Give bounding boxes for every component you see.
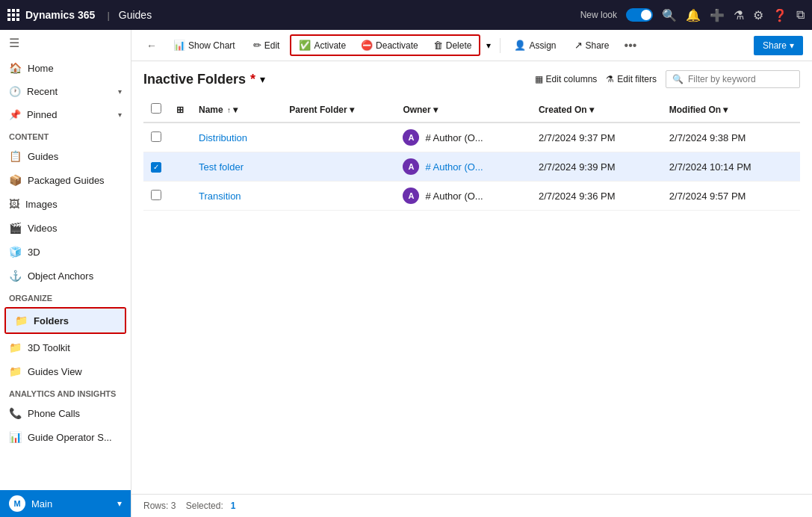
delete-button[interactable]: 🗑 Delete (426, 36, 480, 55)
recent-icon: 🕐 (9, 86, 21, 97)
window-icon[interactable]: ⧉ (796, 8, 805, 22)
notification-icon[interactable]: 🔔 (686, 8, 701, 22)
deactivate-button[interactable]: ⛔ Deactivate (353, 36, 426, 55)
select-all-header[interactable] (143, 97, 169, 123)
col-name-label: Name (199, 105, 223, 115)
share-split-button[interactable]: Share ▾ (754, 36, 803, 55)
edit-columns-label: Edit columns (546, 74, 598, 84)
chevron-down-icon: ▾ (118, 87, 122, 96)
table-footer: Rows: 3 Selected: 1 (131, 494, 812, 517)
guide-operator-icon: 📊 (9, 431, 22, 443)
col-name[interactable]: Name ↑ ▾ (191, 97, 282, 123)
edit-filters-button[interactable]: ⚗ Edit filters (606, 74, 657, 84)
edit-icon: ✏ (253, 40, 261, 51)
activate-label: Activate (314, 40, 346, 51)
content-header: Inactive Folders * ▾ ▦ Edit columns ⚗ Ed… (143, 70, 800, 88)
row-checkbox-checked[interactable] (151, 162, 161, 173)
sidebar-item-guide-operator[interactable]: 📊 Guide Operator S... (0, 425, 131, 449)
col-parent-folder[interactable]: Parent Folder ▾ (282, 97, 395, 123)
share-button[interactable]: ↗ Share (567, 36, 617, 55)
share-label: Share (586, 40, 610, 51)
sidebar-item-folders[interactable]: 📁 Folders (6, 309, 125, 332)
show-chart-button[interactable]: 📊 Show Chart (166, 36, 243, 55)
section-analytics: Analytics and Insights (0, 383, 131, 401)
toolbar-dropdown-button[interactable]: ▾ (483, 37, 494, 55)
main-layout: ☰ 🏠 Home 🕐 Recent ▾ 📌 Pinned ▾ Content 📋… (0, 30, 812, 517)
folders-outline: 📁 Folders (4, 307, 126, 334)
section-content: Content (0, 126, 131, 144)
folder-icon: 📁 (15, 315, 28, 326)
row-owner: A# Author (O... (395, 152, 531, 182)
header-actions: ▦ Edit columns ⚗ Edit filters 🔍 (535, 70, 800, 88)
nav-separator: | (107, 10, 109, 21)
owner-name: # Author (O... (425, 161, 483, 173)
assign-button[interactable]: 👤 Assign (506, 36, 563, 55)
settings-icon[interactable]: ⚙ (753, 8, 763, 22)
help-icon[interactable]: ❓ (772, 8, 787, 22)
select-all-checkbox[interactable] (151, 103, 161, 114)
col-name-dropdown[interactable]: ▾ (233, 105, 238, 115)
sidebar-item-object-anchors[interactable]: ⚓ Object Anchors (0, 264, 131, 288)
sidebar-item-videos[interactable]: 🎬 Videos (0, 216, 131, 240)
row-owner: A# Author (O... (395, 182, 531, 211)
sidebar-item-3d[interactable]: 🧊 3D (0, 240, 131, 264)
top-navigation: Dynamics 365 | Guides New look 🔍 🔔 ➕ ⚗ ⚙… (0, 0, 812, 30)
highlighted-toolbar-group: ✅ Activate ⛔ Deactivate 🗑 Delete (290, 34, 480, 56)
guides-view-icon: 📁 (9, 365, 22, 377)
col-owner-dropdown[interactable]: ▾ (433, 105, 438, 115)
col-parent-dropdown[interactable]: ▾ (350, 105, 354, 115)
sidebar-videos-label: Videos (28, 223, 58, 234)
chart-icon: 📊 (173, 40, 185, 51)
row-name-link[interactable]: Test folder (199, 161, 244, 173)
sidebar-guide-operator-label: Guide Operator S... (28, 432, 112, 443)
waffle-menu[interactable] (7, 9, 19, 21)
sidebar-item-home[interactable]: 🏠 Home (0, 56, 131, 80)
row-name-link[interactable]: Transition (199, 191, 241, 202)
more-options-button[interactable]: ••• (620, 35, 642, 56)
row-checkbox[interactable] (151, 190, 161, 200)
col-created-on[interactable]: Created On ▾ (531, 97, 662, 123)
selected-label: Selected: (186, 501, 223, 511)
home-icon: 🏠 (9, 62, 22, 74)
back-button[interactable]: ← (140, 36, 163, 55)
col-owner[interactable]: Owner ▾ (395, 97, 531, 123)
filter-icon[interactable]: ⚗ (734, 8, 744, 22)
row-name-link[interactable]: Distribution (199, 132, 247, 143)
col-modified-on[interactable]: Modified On ▾ (662, 97, 800, 123)
row-owner: A# Author (O... (395, 123, 531, 152)
col-created-dropdown[interactable]: ▾ (589, 105, 594, 115)
search-icon[interactable]: 🔍 (662, 8, 677, 22)
sidebar-item-guides-view[interactable]: 📁 Guides View (0, 359, 131, 383)
sidebar-item-guides[interactable]: 📋 Guides (0, 144, 131, 168)
new-look-toggle[interactable] (626, 8, 653, 22)
table-row: DistributionA# Author (O...2/7/2024 9:37… (143, 123, 800, 152)
activate-button[interactable]: ✅ Activate (291, 36, 353, 55)
delete-label: Delete (446, 40, 472, 51)
user-avatar[interactable]: M (9, 495, 25, 512)
plus-icon[interactable]: ➕ (710, 8, 725, 22)
sidebar-recent-label: Recent (27, 86, 58, 97)
title-dropdown-button[interactable]: ▾ (260, 73, 265, 85)
3d-icon: 🧊 (9, 246, 22, 258)
sidebar-item-recent[interactable]: 🕐 Recent ▾ (0, 80, 131, 103)
sidebar-item-phone-calls[interactable]: 📞 Phone Calls (0, 401, 131, 425)
edit-columns-icon: ▦ (535, 74, 543, 84)
sidebar-item-3d-toolkit[interactable]: 📁 3D Toolkit (0, 335, 131, 359)
module-name: Guides (119, 9, 152, 21)
edit-button[interactable]: ✏ Edit (246, 36, 288, 55)
filter-keyword-input[interactable] (688, 74, 785, 84)
row-modified-on: 2/7/2024 10:14 PM (662, 152, 800, 182)
section-organize: Organize (0, 288, 131, 306)
edit-columns-button[interactable]: ▦ Edit columns (535, 74, 598, 84)
row-parent-folder (282, 123, 395, 152)
sidebar-item-pinned[interactable]: 📌 Pinned ▾ (0, 103, 131, 126)
bottom-chevron-icon[interactable]: ▾ (117, 498, 122, 509)
sidebar-item-packaged-guides[interactable]: 📦 Packaged Guides (0, 168, 131, 192)
owner-avatar: A (403, 129, 419, 146)
row-checkbox[interactable] (151, 131, 161, 142)
row-parent-folder (282, 152, 395, 182)
col-modified-dropdown[interactable]: ▾ (723, 105, 728, 115)
content-area: Inactive Folders * ▾ ▦ Edit columns ⚗ Ed… (131, 61, 812, 494)
sidebar-item-images[interactable]: 🖼 Images (0, 192, 131, 216)
hamburger-menu[interactable]: ☰ (0, 30, 131, 56)
